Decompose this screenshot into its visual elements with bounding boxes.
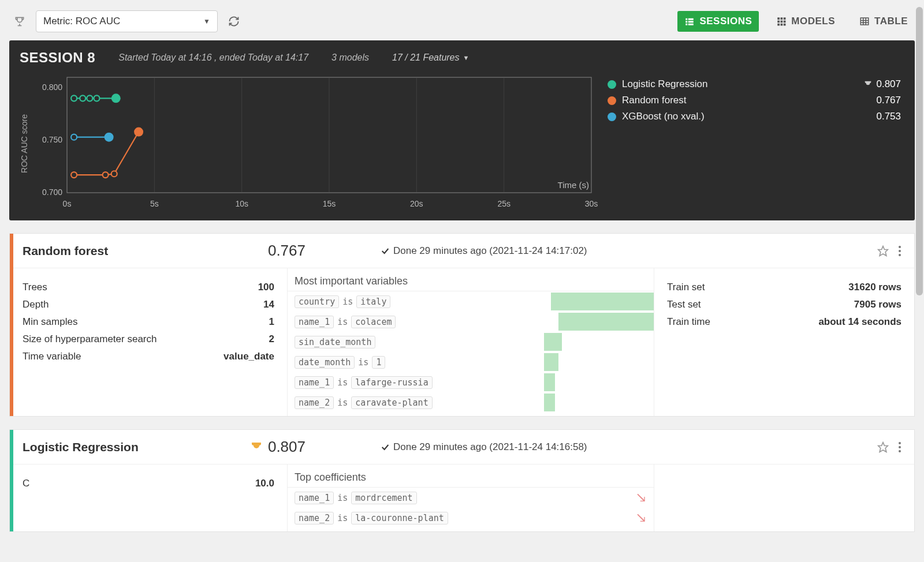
svg-point-45 [71,172,77,178]
legend-dot-icon [608,96,616,105]
svg-text:0.700: 0.700 [42,188,62,197]
legend-name: Random forest [622,95,687,106]
variable-row[interactable]: name_1iscolacem [288,312,654,332]
session-title: SESSION 8 [20,50,95,66]
session-time-range: Started Today at 14:16 , ended Today at … [118,53,308,63]
refresh-icon[interactable] [223,10,244,32]
svg-point-48 [134,128,143,137]
param-row: Trees100 [23,279,274,296]
model-variables: Most important variablescountryisitalyna… [287,268,654,416]
legend-name: Logistic Regression [622,78,707,90]
svg-point-52 [899,254,901,256]
svg-text:15s: 15s [323,199,336,208]
svg-point-41 [94,95,99,101]
legend-row[interactable]: Random forest0.767 [608,92,901,108]
legend-name: XGBoost (no xval.) [622,111,705,122]
svg-point-46 [103,172,109,178]
star-icon[interactable] [877,441,889,453]
svg-rect-6 [778,17,780,20]
scrollbar[interactable] [916,7,923,538]
svg-point-47 [111,171,117,177]
svg-point-55 [899,446,901,448]
model-stats: Train set31620 rowsTest set7905 rowsTrai… [654,268,914,416]
features-dropdown[interactable]: 17 / 21 Features ▼ [392,53,469,63]
param-row: C10.0 [23,475,274,492]
model-card: Random forest0.767Done 29 minutes ago (2… [9,233,915,417]
svg-rect-9 [778,21,780,23]
kebab-menu-icon[interactable] [898,245,901,257]
view-models-button[interactable]: MODELS [769,11,842,32]
model-name: Logistic Regression [23,440,219,454]
stat-row: Train set31620 rows [667,279,901,296]
scroll-thumb[interactable] [916,7,923,295]
svg-text:25s: 25s [497,199,511,208]
view-sessions-button[interactable]: SESSIONS [677,11,759,32]
svg-point-42 [111,93,121,103]
svg-rect-11 [784,21,786,23]
trophy-icon[interactable] [9,10,30,32]
svg-rect-4 [688,21,694,23]
svg-text:20s: 20s [410,199,423,208]
kebab-menu-icon[interactable] [898,441,901,453]
star-icon[interactable] [877,245,889,257]
svg-rect-15 [860,18,869,25]
metric-select[interactable]: Metric: ROC AUC ▼ [36,10,218,32]
svg-rect-1 [686,21,688,23]
model-params: Trees100Depth14Min samples1Size of hyper… [10,268,287,416]
svg-text:0.800: 0.800 [42,83,62,92]
toolbar: Metric: ROC AUC ▼ SESSIONS MODELS TABLE [9,6,915,40]
model-status: Done 29 minutes ago (2021-11-24 14:16:58… [305,441,877,453]
legend-dot-icon [608,113,616,121]
param-row: Min samples1 [23,313,274,331]
variable-row[interactable]: name_1ismordrcement [288,488,654,508]
session-panel: SESSION 8 Started Today at 14:16 , ended… [9,40,915,220]
param-row: Depth14 [23,296,274,313]
svg-rect-13 [781,24,783,26]
legend-row[interactable]: XGBoost (no xval.)0.753 [608,108,901,125]
legend-score: 0.807 [876,78,901,90]
chart-legend: Logistic Regression0.807Random forest0.7… [604,72,904,216]
variable-row[interactable]: name_2iscaravate-plant [288,392,654,413]
view-table-button[interactable]: TABLE [852,11,915,32]
svg-point-51 [899,250,901,252]
variable-row[interactable]: countryisitaly [288,291,654,312]
svg-rect-14 [784,24,786,26]
model-score: 0.767 [219,242,305,260]
chart-y-axis-label: ROC AUC score [20,114,29,173]
arrow-down-icon [636,512,648,524]
session-models-count: 3 models [331,53,369,63]
arrow-down-icon [636,492,648,504]
svg-point-56 [899,450,901,452]
legend-score: 0.753 [876,111,901,122]
svg-point-44 [105,133,114,142]
variable-row[interactable]: sin_date_month [288,332,654,352]
svg-point-43 [71,134,77,140]
model-card: Logistic Regression0.807Done 29 minutes … [9,429,915,532]
svg-text:0.750: 0.750 [42,135,62,144]
model-name: Random forest [23,244,219,258]
svg-point-39 [80,95,85,101]
legend-row[interactable]: Logistic Regression0.807 [608,76,901,92]
variable-row[interactable]: date_monthis1 [288,352,654,372]
svg-rect-8 [784,17,786,20]
session-chart[interactable]: 0s5s10s15s20s25s30s0.8000.7500.700Time (… [32,72,598,216]
caret-down-icon: ▼ [203,17,210,25]
svg-point-50 [899,246,901,248]
param-row: Size of hyperparameter search2 [23,331,274,348]
variable-row[interactable]: name_1islafarge-russia [288,372,654,392]
model-stats [654,464,914,531]
model-params: C10.0 [10,464,287,531]
stat-row: Test set7905 rows [667,296,901,313]
stat-row: Train timeabout 14 seconds [667,313,901,331]
svg-rect-2 [686,24,688,25]
svg-rect-3 [688,18,694,20]
model-variables: Top coefficientsname_1ismordrcementname_… [287,464,654,531]
param-row: Time variablevalue_date [23,348,274,365]
caret-down-icon: ▼ [463,54,470,61]
svg-text:5s: 5s [150,199,159,208]
svg-text:10s: 10s [235,199,248,208]
svg-text:30s: 30s [585,199,598,208]
variable-row[interactable]: name_2isla-couronne-plant [288,508,654,528]
legend-score: 0.767 [876,95,901,106]
svg-text:0s: 0s [63,199,72,208]
